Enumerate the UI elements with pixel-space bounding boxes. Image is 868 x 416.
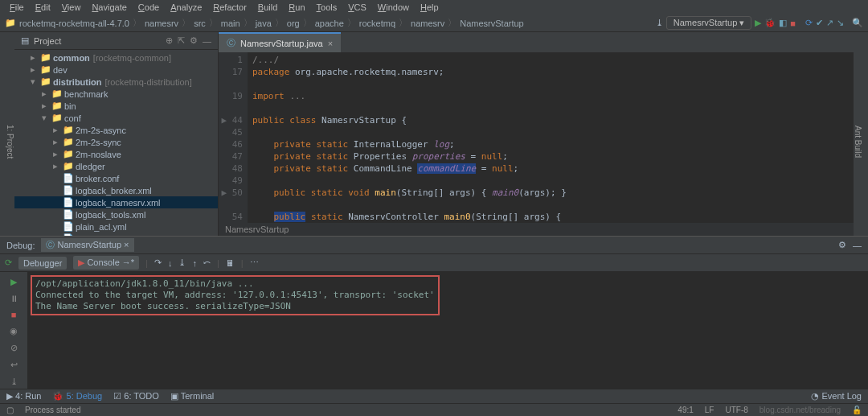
lock-icon[interactable]: 🔓 [852,406,862,414]
tree-node[interactable]: 📄logback_broker.xml [14,184,218,196]
more-icon[interactable]: ⋯ [250,257,259,268]
debug-config-tab[interactable]: Ⓒ NamesrvStartup × [41,238,133,252]
breadcrumb-item[interactable]: java [256,19,272,28]
drop-frame-icon[interactable]: ⤺ [203,257,211,268]
tree-node[interactable]: ▸📁dev [14,64,218,76]
stop-button[interactable]: ■ [790,19,796,28]
breadcrumb-item[interactable]: namesrv [145,19,178,28]
build-icon[interactable]: ⤓ [656,18,663,28]
tree-node[interactable]: ▾📁distribution [rocketmq-distribution] [14,76,218,88]
chevron-icon[interactable]: ▸ [40,101,48,111]
chevron-icon[interactable]: ▸ [51,137,59,147]
tree-node[interactable]: ▸📁2m-2s-sync [14,136,218,148]
gear-icon[interactable]: ⚙ [190,35,198,46]
menu-item[interactable]: Refactor [208,1,252,14]
tree-node[interactable]: ▸📁2m-2s-async [14,124,218,136]
chevron-icon[interactable]: ▸ [40,89,48,99]
coverage-button[interactable]: ◧ [779,18,787,28]
menu-item[interactable]: View [57,1,86,14]
editor-gutter[interactable]: 1 17 19 ▶ 44 45 46 47 48 49 ▶ 50 54 56 5… [219,52,248,223]
menu-item[interactable]: Help [416,1,444,14]
force-step-into-icon[interactable]: ⤓ [178,257,186,268]
tree-node[interactable]: ▸📁dledger [14,160,218,172]
tree-node[interactable]: 📄logback_tools.xml [14,208,218,220]
hide-icon[interactable]: — [203,36,211,46]
chevron-icon[interactable]: ▸ [29,52,37,63]
breadcrumb-item[interactable]: rocketmq [359,19,395,28]
breadcrumbs[interactable]: 📁rocketmq-rocketmq-all-4.7.0〉namesrv〉src… [5,17,654,29]
git-update-icon[interactable]: ⟳ [805,18,813,28]
evaluate-icon[interactable]: 🖩 [226,258,235,268]
run-button[interactable]: ▶ [755,18,761,28]
editor-tab[interactable]: Ⓒ NamesrvStartup.java × [219,32,341,52]
breadcrumb-item[interactable]: NamesrvStartup [460,19,523,28]
soft-wrap-icon[interactable]: ↩ [10,360,18,370]
pause-icon[interactable]: ⏸ [10,294,18,303]
event-log-button[interactable]: ◔ Event Log [811,391,862,402]
editor-breadcrumb[interactable]: NamesrvStartup [219,223,854,236]
menu-item[interactable]: Build [253,1,282,14]
menu-item[interactable]: Analyze [166,1,207,14]
debug-tool-button[interactable]: 🐞 5: Debug [52,391,102,402]
close-tab-icon[interactable]: × [328,39,333,48]
todo-tool-button[interactable]: ☑ 6: TODO [113,391,159,402]
scroll-to-end-icon[interactable]: ⤓ [10,377,18,387]
breadcrumb-item[interactable]: src [194,19,206,28]
stop-icon[interactable]: ■ [11,310,17,319]
run-tool-button[interactable]: ▶ 4: Run [6,391,41,402]
encoding[interactable]: UTF-8 [725,406,747,414]
mute-breakpoints-icon[interactable]: ⊘ [10,343,18,353]
breadcrumb-item[interactable]: org [287,19,300,28]
menu-item[interactable]: Tools [312,1,342,14]
tool-window-tab[interactable]: 1: Project [6,125,14,159]
debugger-tab[interactable]: Debugger [18,257,67,270]
left-tool-tabs[interactable]: 1: Project2: Structure2: Favorites [0,32,14,236]
tree-node[interactable]: 📄logback_namesrv.xml [14,196,218,208]
chevron-icon[interactable]: ▾ [40,113,48,123]
breadcrumb-item[interactable]: apache [315,19,344,28]
tree-node[interactable]: ▾📁conf [14,112,218,124]
hide-icon[interactable]: — [853,241,862,250]
menu-item[interactable]: Navigate [87,1,131,14]
step-into-icon[interactable]: ↓ [168,258,173,268]
tree-node[interactable]: 📄broker.conf [14,172,218,184]
chevron-icon[interactable]: ▸ [29,64,37,75]
menu-item[interactable]: Edit [31,1,55,14]
chevron-icon[interactable]: ▸ [51,161,59,171]
search-icon[interactable]: 🔍 [852,18,863,28]
chevron-icon[interactable]: ▸ [51,149,59,159]
console-tab[interactable]: ▶ Console →* [73,256,139,270]
line-separator[interactable]: LF [705,406,714,414]
editor-source[interactable]: /.../ package org.apache.rocketmq.namesr… [248,52,854,223]
tree-node[interactable]: ▸📁common [rocketmq-common] [14,51,218,64]
debug-button[interactable]: 🐞 [764,18,776,28]
rerun-button[interactable]: ⟳ [5,257,12,268]
tree-node[interactable]: 📄plain_acl.yml [14,220,218,233]
run-config-selector[interactable]: NamesrvStartup ▾ [666,16,752,30]
tree-node[interactable]: ▸📁benchmark [14,88,218,100]
tree-node[interactable]: ▸📁bin [14,100,218,112]
console-output[interactable]: /opt/application/jdk1.8.0_11/bin/java ..… [27,272,868,403]
scroll-from-source-icon[interactable]: ⊕ [166,35,173,46]
project-view-icon[interactable]: ▤ [21,35,29,46]
menu-item[interactable]: VCS [343,1,371,14]
tree-node[interactable]: ▸📁2m-noslave [14,148,218,160]
project-tree[interactable]: ▸📁common [rocketmq-common]▸📁dev▾📁distrib… [14,50,218,236]
caret-position[interactable]: 49:1 [678,406,693,414]
breadcrumb-item[interactable]: namesrv [411,19,444,28]
terminal-tool-button[interactable]: ▣ Terminal [170,391,214,402]
view-breakpoints-icon[interactable]: ◉ [10,326,18,336]
menu-item[interactable]: Code [133,1,164,14]
step-out-icon[interactable]: ↑ [192,258,197,268]
git-push-icon[interactable]: ↗ [826,18,833,28]
step-over-icon[interactable]: ↷ [154,257,162,268]
menu-item[interactable]: Run [284,1,309,14]
menu-item[interactable]: Window [373,1,414,14]
chevron-icon[interactable]: ▾ [29,76,37,87]
right-tool-tabs[interactable]: Ant Buildm Maven [854,32,868,236]
resume-icon[interactable]: ▶ [10,277,17,287]
project-title[interactable]: Project [34,36,161,46]
chevron-icon[interactable]: ▸ [51,125,59,135]
breadcrumb-item[interactable]: rocketmq-rocketmq-all-4.7.0 [19,19,129,28]
tool-window-tab[interactable]: Ant Build [854,126,862,158]
